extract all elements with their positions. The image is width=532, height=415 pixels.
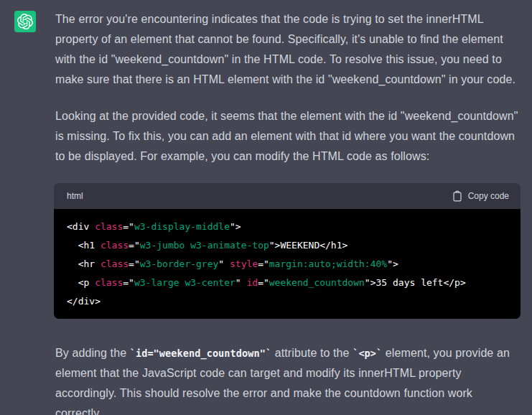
code-content: <div class="w3-display-middle"> <h1 clas…: [54, 209, 521, 319]
copy-code-label: Copy code: [468, 191, 509, 201]
paragraph-2: Looking at the provided code, it seems t…: [55, 106, 521, 167]
clipboard-icon: [452, 190, 462, 202]
assistant-message: The error you're encountering indicates …: [0, 0, 532, 415]
paragraph-3: By adding the `id="weekend_countdown"` a…: [55, 343, 521, 415]
code-language-label: html: [67, 191, 83, 201]
code-line: <div class="w3-display-middle">: [67, 218, 508, 236]
inline-code: `<p>`: [353, 348, 382, 359]
openai-logo-icon: [17, 14, 33, 29]
message-content: The error you're encountering indicates …: [55, 9, 521, 415]
code-block: html Copy code <div class="w3-display-mi…: [54, 183, 521, 319]
code-line: <h1 class="w3-jumbo w3-animate-top">WEEK…: [67, 236, 508, 255]
copy-code-button[interactable]: Copy code: [452, 190, 509, 202]
code-line: <hr class="w3-border-grey" style="margin…: [67, 255, 508, 274]
paragraph-1: The error you're encountering indicates …: [55, 9, 521, 90]
inline-code: `id="weekend_countdown"`: [130, 348, 271, 359]
code-block-header: html Copy code: [54, 183, 521, 209]
chatgpt-avatar: [14, 11, 36, 32]
code-line: <p class="w3-large w3-center" id="weeken…: [67, 274, 508, 292]
code-line: </div>: [67, 292, 508, 311]
